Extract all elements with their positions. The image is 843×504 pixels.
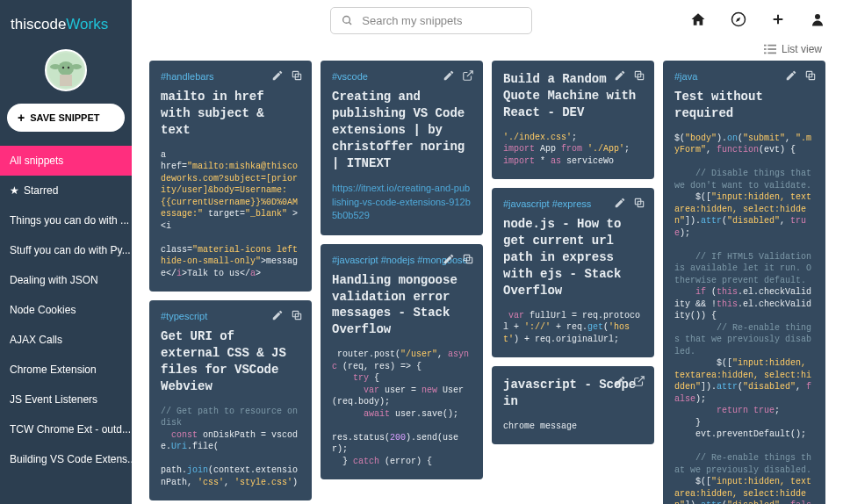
sidebar-item-label: Stuff you can do with Py... <box>10 244 131 256</box>
card-title: node.js - How to get current url path in… <box>503 216 643 299</box>
avatar[interactable] <box>45 49 87 91</box>
sidebar-item-label: Chrome Extension <box>10 364 97 376</box>
svg-point-1 <box>58 61 74 76</box>
svg-point-2 <box>50 64 61 69</box>
snippet-card[interactable]: javascript - Scope in chrome message <box>492 366 654 444</box>
sidebar-item-label: JS Event Listeners <box>10 393 97 406</box>
logo[interactable]: thiscodeWorks <box>0 0 132 42</box>
copy-icon[interactable] <box>462 253 474 269</box>
sidebar-item-label: Dealing with JSON <box>10 274 98 286</box>
sidebar-item-label: AJAX Calls <box>10 334 62 346</box>
card-code: router.post("/user", async (req, res) =>… <box>332 349 472 467</box>
sidebar-item[interactable]: ★Starred <box>0 176 132 205</box>
sidebar-item[interactable]: JS Event Listeners <box>0 385 132 414</box>
card-code: './index.css'; import App from './App'; … <box>503 132 643 168</box>
edit-icon[interactable] <box>443 69 455 85</box>
svg-rect-16 <box>767 48 776 50</box>
edit-icon[interactable] <box>443 253 455 269</box>
snippet-card[interactable]: #javascript #nodejs #mongoose Handling m… <box>321 244 483 480</box>
card-title: mailto in href with subject & text <box>161 89 300 139</box>
sidebar-item-label: TCW Chrome Ext - outd... <box>10 423 131 436</box>
sidebar-item[interactable]: Chrome Extension <box>0 355 132 385</box>
save-snippet-label: SAVE SNIPPET <box>30 112 99 123</box>
search-icon <box>342 14 353 27</box>
add-icon[interactable] <box>771 12 785 30</box>
edit-icon[interactable] <box>614 69 626 85</box>
svg-rect-14 <box>767 45 776 47</box>
logo-part3: Works <box>66 16 108 32</box>
svg-point-7 <box>343 17 350 24</box>
snippet-card[interactable]: #java Test without required $("body").on… <box>663 61 825 504</box>
svg-rect-15 <box>764 48 767 50</box>
card-code: // Get path to resource on disk const on… <box>161 406 300 489</box>
svg-rect-18 <box>767 53 776 54</box>
sidebar-item[interactable]: TCW Chrome Ext - outd... <box>0 414 132 444</box>
svg-point-12 <box>815 14 820 19</box>
open-external-icon[interactable] <box>633 375 645 391</box>
card-link[interactable]: https://itnext.io/creating-and-publishin… <box>332 182 472 222</box>
plus-icon: + <box>18 111 25 125</box>
sidebar-item[interactable]: Building VS Code Extens... <box>0 444 132 474</box>
topbar-icons <box>690 11 825 31</box>
sidebar-item[interactable]: All snippets <box>0 146 132 176</box>
sidebar-item-label: All snippets <box>10 155 63 167</box>
snippet-card[interactable]: #typescript Get URI of external CSS & JS… <box>149 300 312 500</box>
home-icon[interactable] <box>690 11 706 31</box>
sidebar-item[interactable]: Dealing with JSON <box>0 265 132 295</box>
open-external-icon[interactable] <box>462 69 474 85</box>
sidebar-item-label: Building VS Code Extens... <box>10 453 132 465</box>
svg-rect-6 <box>60 75 72 86</box>
card-title: Creating and publishing VS Code extensio… <box>332 89 472 171</box>
search-box[interactable] <box>330 7 532 34</box>
list-icon <box>764 44 776 54</box>
user-icon[interactable] <box>810 11 825 31</box>
save-snippet-button[interactable]: + SAVE SNIPPET <box>7 104 125 132</box>
card-code: $("body").on("submit", ".myForm", functi… <box>674 133 814 504</box>
avatar-wrap <box>0 42 132 104</box>
edit-icon[interactable] <box>614 375 626 391</box>
explore-icon[interactable] <box>731 11 746 31</box>
main: List view #handlebars mailto in href wit… <box>132 0 843 504</box>
copy-icon[interactable] <box>291 309 303 325</box>
sidebar-item-label: Node Cookies <box>10 304 76 316</box>
card-sub: chrome message <box>503 421 643 433</box>
sidebar-item[interactable]: Stuff you can do with Py... <box>0 235 132 265</box>
copy-icon[interactable] <box>291 69 303 85</box>
copy-icon[interactable] <box>804 69 817 85</box>
list-view-toggle[interactable]: List view <box>132 38 843 61</box>
sidebar-item[interactable]: AJAX Calls <box>0 325 132 355</box>
svg-line-8 <box>349 22 351 25</box>
svg-point-4 <box>62 67 64 68</box>
topbar <box>132 0 843 38</box>
snippet-card[interactable]: #vscode Creating and publishing VS Code … <box>321 61 483 235</box>
edit-icon[interactable] <box>785 69 797 85</box>
content: #handlebars mailto in href with subject … <box>132 61 843 504</box>
edit-icon[interactable] <box>271 69 284 85</box>
svg-rect-13 <box>764 45 767 47</box>
card-title: Handling mongoose validation error messa… <box>332 272 472 339</box>
sidebar-item-label: Things you can do with ... <box>10 214 129 227</box>
logo-part1: this <box>11 16 33 32</box>
snippet-card[interactable]: #javascript #express node.js - How to ge… <box>492 188 654 357</box>
search-input[interactable] <box>362 14 521 27</box>
card-code: a href="mailto:mishka@thiscodeworks.com?… <box>161 149 300 280</box>
card-code: var fullUrl = req.protocol + '://' + req… <box>503 310 643 346</box>
sidebar: thiscodeWorks + SAVE SNIPPET All snippet… <box>0 0 132 504</box>
logo-part2: code <box>33 16 66 32</box>
list-view-label: List view <box>782 43 822 55</box>
card-title: Get URI of external CSS & JS files for V… <box>161 328 300 395</box>
copy-icon[interactable] <box>633 197 645 212</box>
nav: All snippets★StarredThings you can do wi… <box>0 146 132 504</box>
sidebar-item[interactable]: Things you can do with ... <box>0 205 132 235</box>
card-title: Test without required <box>674 89 814 122</box>
copy-icon[interactable] <box>633 69 645 85</box>
edit-icon[interactable] <box>614 197 626 212</box>
edit-icon[interactable] <box>271 309 284 325</box>
star-icon: ★ <box>10 184 19 197</box>
snippet-card[interactable]: Build a Random Quote Machine with React … <box>492 61 654 179</box>
sidebar-item-label: Starred <box>24 184 58 197</box>
svg-point-5 <box>68 67 69 68</box>
avatar-image <box>48 53 83 88</box>
snippet-card[interactable]: #handlebars mailto in href with subject … <box>149 61 312 292</box>
sidebar-item[interactable]: Node Cookies <box>0 295 132 325</box>
